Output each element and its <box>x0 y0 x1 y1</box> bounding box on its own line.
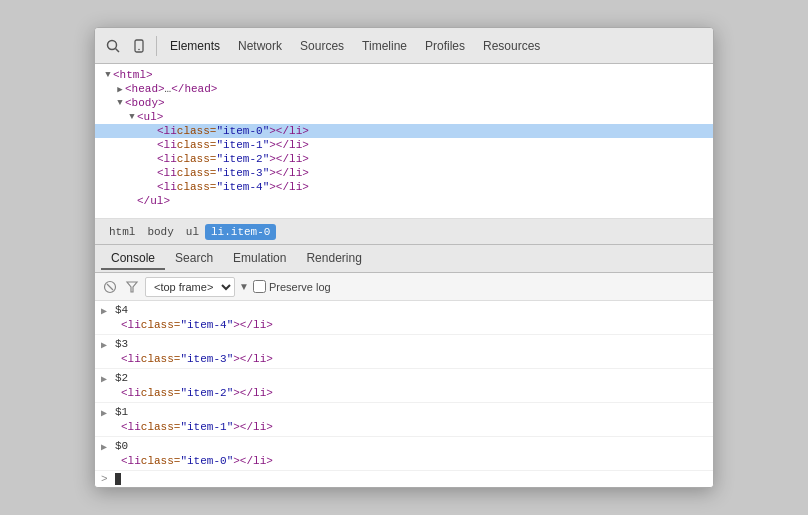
preserve-log-checkbox[interactable] <box>253 280 266 293</box>
dropdown-arrow: ▼ <box>239 281 249 292</box>
console-row-1-html: <li class="item-1"></li> <box>95 420 713 434</box>
console-row-0-html: <li class="item-0"></li> <box>95 454 713 468</box>
var-3: $3 <box>115 338 128 350</box>
console-row-4-var: ▶ $4 <box>95 303 713 318</box>
tab-profiles[interactable]: Profiles <box>417 35 473 57</box>
clear-console-icon[interactable] <box>101 278 119 296</box>
preserve-log-label: Preserve log <box>269 281 331 293</box>
device-icon[interactable] <box>127 34 151 58</box>
var-4: $4 <box>115 304 128 316</box>
expand-arrow-4[interactable]: ▶ <box>101 304 115 317</box>
console-cursor <box>115 473 121 485</box>
breadcrumb-bar: html body ul li.item-0 <box>95 219 713 245</box>
tab-network[interactable]: Network <box>230 35 290 57</box>
tab-timeline[interactable]: Timeline <box>354 35 415 57</box>
var-0: $0 <box>115 440 128 452</box>
console-row-4-html: <li class="item-4"></li> <box>95 318 713 332</box>
console-prompt: > <box>101 473 115 485</box>
tab-resources[interactable]: Resources <box>475 35 548 57</box>
console-entry-1: ▶ $1 <li class="item-1"></li> <box>95 403 713 437</box>
svg-line-1 <box>116 48 120 52</box>
svg-point-3 <box>138 48 140 50</box>
console-entry-3: ▶ $3 <li class="item-3"></li> <box>95 335 713 369</box>
html-line-html[interactable]: ▼ <html> <box>95 68 713 82</box>
html-line-head[interactable]: ▶ <head>…</head> <box>95 82 713 96</box>
tab-search[interactable]: Search <box>165 248 223 270</box>
tab-console[interactable]: Console <box>101 248 165 270</box>
var-2: $2 <box>115 372 128 384</box>
html-line-li-2[interactable]: <li class="item-2"></li> <box>95 152 713 166</box>
console-input-row[interactable]: > <box>95 471 713 487</box>
svg-line-5 <box>107 284 113 290</box>
html-line-li-4[interactable]: <li class="item-4"></li> <box>95 180 713 194</box>
html-line-body[interactable]: ▼ <body> <box>95 96 713 110</box>
frame-select[interactable]: <top frame> <box>145 277 235 297</box>
console-row-2-html: <li class="item-2"></li> <box>95 386 713 400</box>
tab-elements[interactable]: Elements <box>162 35 228 57</box>
console-row-3-var: ▶ $3 <box>95 337 713 352</box>
console-entry-4: ▶ $4 <li class="item-4"></li> <box>95 301 713 335</box>
console-row-0-var: ▶ $0 <box>95 439 713 454</box>
triangle-body[interactable]: ▼ <box>115 98 125 108</box>
search-icon[interactable] <box>101 34 125 58</box>
console-entry-0: ▶ $0 <li class="item-0"></li> <box>95 437 713 471</box>
console-row-1-var: ▶ $1 <box>95 405 713 420</box>
toolbar: Elements Network Sources Timeline Profil… <box>95 28 713 64</box>
expand-arrow-3[interactable]: ▶ <box>101 338 115 351</box>
console-tabs: Console Search Emulation Rendering <box>95 245 713 273</box>
html-line-li-3[interactable]: <li class="item-3"></li> <box>95 166 713 180</box>
breadcrumb-ul[interactable]: ul <box>180 224 205 240</box>
triangle-html[interactable]: ▼ <box>103 70 113 80</box>
svg-point-0 <box>108 40 117 49</box>
preserve-log-container: Preserve log <box>253 280 331 293</box>
tab-sources[interactable]: Sources <box>292 35 352 57</box>
devtools-window: Elements Network Sources Timeline Profil… <box>94 27 714 488</box>
tab-emulation[interactable]: Emulation <box>223 248 296 270</box>
expand-arrow-1[interactable]: ▶ <box>101 406 115 419</box>
console-row-2-var: ▶ $2 <box>95 371 713 386</box>
console-entry-2: ▶ $2 <li class="item-2"></li> <box>95 369 713 403</box>
html-line-ul-close[interactable]: </ul> <box>95 194 713 208</box>
breadcrumb-body[interactable]: body <box>141 224 179 240</box>
html-line-li-0[interactable]: <li class="item-0"></li> <box>95 124 713 138</box>
console-output[interactable]: ▶ $4 <li class="item-4"></li> ▶ $3 <li c… <box>95 301 713 487</box>
triangle-head[interactable]: ▶ <box>115 84 125 95</box>
tab-rendering[interactable]: Rendering <box>296 248 371 270</box>
triangle-ul[interactable]: ▼ <box>127 112 137 122</box>
html-line-li-1[interactable]: <li class="item-1"></li> <box>95 138 713 152</box>
breadcrumb-html[interactable]: html <box>103 224 141 240</box>
console-row-3-html: <li class="item-3"></li> <box>95 352 713 366</box>
console-toolbar: <top frame> ▼ Preserve log <box>95 273 713 301</box>
expand-arrow-0[interactable]: ▶ <box>101 440 115 453</box>
breadcrumb-li-item0[interactable]: li.item-0 <box>205 224 276 240</box>
expand-arrow-2[interactable]: ▶ <box>101 372 115 385</box>
html-line-ul[interactable]: ▼ <ul> <box>95 110 713 124</box>
var-1: $1 <box>115 406 128 418</box>
svg-marker-6 <box>127 282 137 292</box>
filter-icon[interactable] <box>123 278 141 296</box>
elements-panel: ▼ <html> ▶ <head>…</head> ▼ <body> ▼ <ul… <box>95 64 713 219</box>
toolbar-divider <box>156 36 157 56</box>
